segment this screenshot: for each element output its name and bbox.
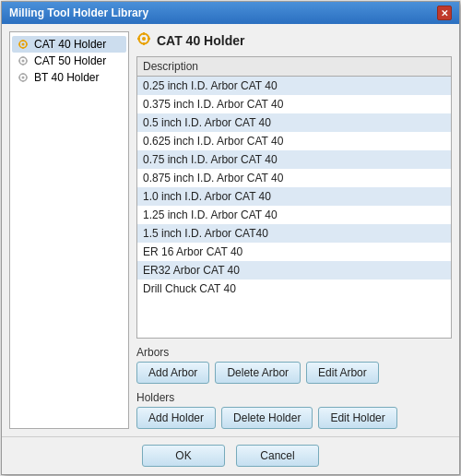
- tree-item-cat40-label: CAT 40 Holder: [34, 38, 106, 51]
- arbors-btn-row: Add Arbor Delete Arbor Edit Arbor: [136, 362, 452, 384]
- holder-icon: [16, 38, 30, 51]
- arbors-label: Arbors: [136, 346, 452, 359]
- table-row[interactable]: 0.5 inch I.D. Arbor CAT 40: [137, 113, 451, 132]
- holders-btn-row: Add Holder Delete Holder Edit Holder: [136, 407, 452, 429]
- table-row[interactable]: 0.875 inch I.D. Arbor CAT 40: [137, 169, 451, 187]
- table-row[interactable]: Drill Chuck CAT 40: [137, 280, 451, 298]
- holder-icon-cat50: [16, 54, 30, 67]
- detail-panel: CAT 40 Holder Description 0.25 inch I.D.…: [136, 31, 452, 429]
- svg-point-7: [22, 60, 25, 63]
- tree-panel: CAT 40 Holder CAT 50 Holder: [9, 31, 129, 429]
- delete-arbor-button[interactable]: Delete Arbor: [215, 362, 301, 384]
- table-row[interactable]: 0.375 inch I.D. Arbor CAT 40: [137, 95, 451, 113]
- tree-item-cat40[interactable]: CAT 40 Holder: [12, 36, 126, 53]
- edit-arbor-button[interactable]: Edit Arbor: [306, 362, 379, 384]
- table-row[interactable]: 1.0 inch I.D. Arbor CAT 40: [137, 187, 451, 206]
- table-row[interactable]: ER 16 Arbor CAT 40: [137, 243, 451, 261]
- table-row[interactable]: 1.5 inch I.D. Arbor CAT40: [137, 224, 451, 243]
- tree-item-bt40-label: BT 40 Holder: [34, 71, 99, 84]
- content-area: CAT 40 Holder CAT 50 Holder: [2, 24, 459, 436]
- footer: OK Cancel: [2, 436, 459, 474]
- tree-item-cat50-label: CAT 50 Holder: [34, 54, 106, 67]
- close-button[interactable]: ✕: [437, 6, 452, 20]
- ok-button[interactable]: OK: [142, 445, 225, 467]
- holders-section: Holders Add Holder Delete Holder Edit Ho…: [136, 391, 452, 429]
- arbor-table: Description 0.25 inch I.D. Arbor CAT 400…: [136, 56, 452, 339]
- table-row[interactable]: 0.25 inch I.D. Arbor CAT 40: [137, 77, 451, 95]
- table-row[interactable]: ER32 Arbor CAT 40: [137, 261, 451, 280]
- add-arbor-button[interactable]: Add Arbor: [136, 362, 209, 384]
- arbors-section: Arbors Add Arbor Delete Arbor Edit Arbor: [136, 346, 452, 384]
- title-bar: Milling Tool Holder Library ✕: [2, 2, 459, 24]
- table-column-description: Description: [137, 57, 451, 77]
- svg-point-13: [22, 77, 25, 79]
- add-holder-button[interactable]: Add Holder: [136, 407, 216, 429]
- main-window: Milling Tool Holder Library ✕ CAT 40 Hol…: [1, 1, 460, 475]
- detail-title: CAT 40 Holder: [157, 33, 244, 48]
- table-row[interactable]: 1.25 inch I.D. Arbor CAT 40: [137, 206, 451, 224]
- delete-holder-button[interactable]: Delete Holder: [221, 407, 313, 429]
- edit-holder-button[interactable]: Edit Holder: [318, 407, 396, 429]
- tree-item-cat50[interactable]: CAT 50 Holder: [12, 53, 126, 69]
- detail-header-icon: [136, 31, 151, 49]
- window-title: Milling Tool Holder Library: [9, 6, 148, 19]
- holders-label: Holders: [136, 391, 452, 404]
- table-row[interactable]: 0.625 inch I.D. Arbor CAT 40: [137, 132, 451, 150]
- cancel-button[interactable]: Cancel: [236, 445, 319, 467]
- svg-point-1: [22, 43, 25, 46]
- tree-item-bt40[interactable]: BT 40 Holder: [12, 69, 126, 86]
- table-row[interactable]: 0.75 inch I.D. Arbor CAT 40: [137, 150, 451, 169]
- holder-icon-bt40: [16, 71, 30, 84]
- svg-point-19: [142, 37, 146, 41]
- detail-header: CAT 40 Holder: [136, 31, 452, 49]
